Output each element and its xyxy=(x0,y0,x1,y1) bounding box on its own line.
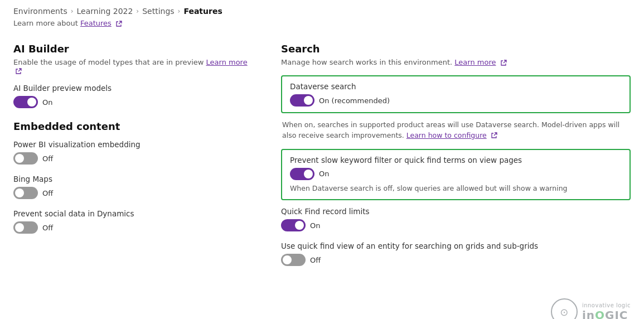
inogic-logo-icon: ⊙ xyxy=(551,298,578,319)
prevent-slow-state-label: On xyxy=(319,170,329,178)
inogic-brand-name: inOGIC xyxy=(582,308,631,319)
external-link-icon xyxy=(115,21,122,27)
use-quick-find-toggle-row: Off xyxy=(281,254,631,266)
search-title: Search xyxy=(281,43,631,55)
use-quick-find-view-item: Use quick find view of an entity for sea… xyxy=(281,241,631,266)
main-columns: AI Builder Enable the usage of model typ… xyxy=(13,43,631,276)
dataverse-configure-link[interactable]: Learn how to configure xyxy=(406,131,487,139)
bing-maps-label: Bing Maps xyxy=(13,175,248,183)
bing-maps-state-label: Off xyxy=(42,189,53,197)
ai-builder-preview-models-toggle-row: On xyxy=(13,96,248,108)
prevent-slow-toggle[interactable] xyxy=(290,168,314,180)
ai-builder-title: AI Builder xyxy=(13,43,248,55)
search-section: Search Manage how search works in this e… xyxy=(281,43,631,266)
breadcrumb-settings[interactable]: Settings xyxy=(142,7,174,16)
quick-find-limits-item: Quick Find record limits On xyxy=(281,207,631,231)
ai-builder-preview-toggle[interactable] xyxy=(13,96,38,108)
quick-find-limits-state-label: On xyxy=(310,221,320,230)
ai-builder-ext-icon xyxy=(15,68,22,75)
ai-builder-section: AI Builder Enable the usage of model typ… xyxy=(13,43,248,108)
ai-builder-preview-state-label: On xyxy=(42,98,52,107)
ai-builder-preview-models-label: AI Builder preview models xyxy=(13,84,248,93)
dataverse-state-label: On (recommended) xyxy=(319,96,390,105)
bing-maps-toggle-row: Off xyxy=(13,187,248,199)
footer: ⊙ innovative logic inOGIC xyxy=(13,298,631,319)
prevent-social-data-label: Prevent social data in Dynamics xyxy=(13,209,248,218)
breadcrumb-learning2022[interactable]: Learning 2022 xyxy=(77,7,133,16)
inogic-tagline: innovative logic xyxy=(582,302,631,308)
breadcrumb-environments[interactable]: Environments xyxy=(13,7,67,16)
prevent-social-state-label: Off xyxy=(42,224,53,232)
embedded-content-title: Embedded content xyxy=(13,120,248,132)
powerbi-toggle-row: Off xyxy=(13,152,248,165)
powerbi-toggle[interactable] xyxy=(13,152,38,165)
quick-find-limits-toggle-row: On xyxy=(281,219,631,231)
bing-maps-toggle[interactable] xyxy=(13,187,38,199)
ai-builder-preview-models-item: AI Builder preview models On xyxy=(13,84,248,108)
dataverse-search-label: Dataverse search xyxy=(290,82,622,91)
powerbi-state-label: Off xyxy=(42,154,53,163)
breadcrumb-features: Features xyxy=(183,7,222,16)
use-quick-find-view-label: Use quick find view of an entity for sea… xyxy=(281,241,631,250)
breadcrumb: Environments › Learning 2022 › Settings … xyxy=(13,7,631,16)
learn-more-top-section: Learn more about Features xyxy=(13,19,631,27)
features-link[interactable]: Features xyxy=(80,19,112,27)
prevent-slow-toggle-row: On xyxy=(290,168,622,180)
dataverse-search-box: Dataverse search On (recommended) xyxy=(281,75,631,113)
powerbi-embedding-label: Power BI visualization embedding xyxy=(13,140,248,149)
use-quick-find-toggle[interactable] xyxy=(281,254,306,266)
inogic-brand-text: innovative logic inOGIC xyxy=(582,302,631,319)
prevent-social-data-item: Prevent social data in Dynamics Off xyxy=(13,209,248,234)
embedded-content-section: Embedded content Power BI visualization … xyxy=(13,120,248,234)
dataverse-ext-icon xyxy=(491,132,497,139)
ai-builder-learn-more-link[interactable]: Learn more xyxy=(206,58,248,66)
dataverse-toggle[interactable] xyxy=(290,94,314,107)
search-description: Manage how search works in this environm… xyxy=(281,58,631,66)
search-ext-icon xyxy=(500,60,507,66)
left-column: AI Builder Enable the usage of model typ… xyxy=(13,43,248,244)
breadcrumb-sep-1: › xyxy=(71,7,74,15)
prevent-social-toggle[interactable] xyxy=(13,221,38,234)
bing-maps-item: Bing Maps Off xyxy=(13,175,248,199)
quick-find-limits-label: Quick Find record limits xyxy=(281,207,631,216)
search-learn-more-link[interactable]: Learn more xyxy=(454,58,496,66)
prevent-slow-desc: When Dataverse search is off, slow queri… xyxy=(290,183,622,194)
dataverse-search-desc: When on, searches in supported product a… xyxy=(282,120,631,141)
prevent-slow-keyword-box: Prevent slow keyword filter or quick fin… xyxy=(281,149,631,201)
quick-find-limits-toggle[interactable] xyxy=(281,219,306,231)
right-column: Search Manage how search works in this e… xyxy=(281,43,631,276)
page-wrapper: Environments › Learning 2022 › Settings … xyxy=(0,0,644,319)
prevent-social-toggle-row: Off xyxy=(13,221,248,234)
prevent-slow-keyword-label: Prevent slow keyword filter or quick fin… xyxy=(290,156,622,165)
use-quick-find-state-label: Off xyxy=(310,256,321,264)
powerbi-embedding-item: Power BI visualization embedding Off xyxy=(13,140,248,165)
breadcrumb-sep-3: › xyxy=(178,7,181,15)
dataverse-toggle-row: On (recommended) xyxy=(290,94,622,107)
ai-builder-description: Enable the usage of model types that are… xyxy=(13,58,248,75)
learn-more-prefix: Learn more about xyxy=(13,19,78,27)
breadcrumb-sep-2: › xyxy=(136,7,139,15)
